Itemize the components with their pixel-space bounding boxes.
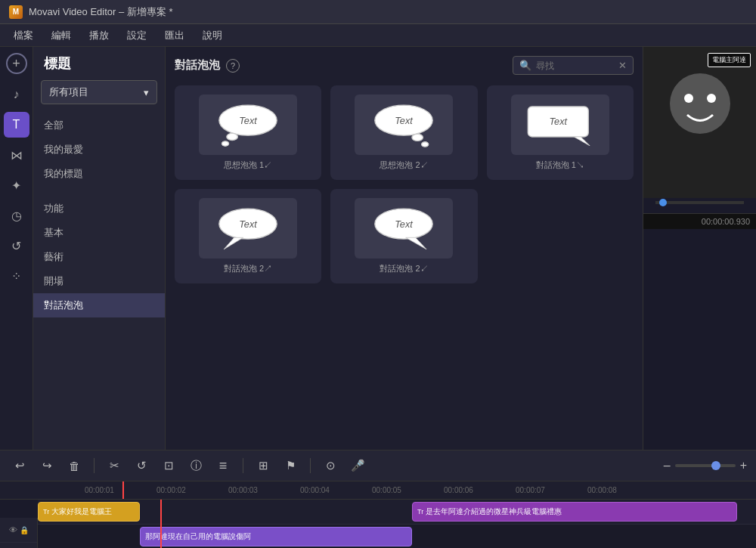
bubble-item-speech2[interactable]: Text 對話泡泡 2↗ bbox=[175, 189, 321, 283]
category-art[interactable]: 藝術 bbox=[33, 245, 165, 269]
svg-point-20 bbox=[684, 94, 693, 103]
sidebar-text-btn[interactable]: T bbox=[4, 112, 29, 138]
eye-icon-1[interactable]: 👁 bbox=[9, 525, 17, 534]
sidebar-color-btn[interactable]: ◷ bbox=[4, 203, 29, 228]
time-mark-1: 00:00:01 bbox=[85, 486, 114, 494]
menu-item-設定[interactable]: 設定 bbox=[119, 26, 154, 45]
clear-search-icon[interactable]: ✕ bbox=[618, 60, 627, 71]
sidebar-transitions-btn[interactable]: ⋈ bbox=[4, 142, 29, 168]
sidebar-effects-btn[interactable]: ✦ bbox=[4, 172, 29, 198]
menu-item-匯出[interactable]: 匯出 bbox=[157, 26, 192, 45]
search-box[interactable]: 🔍 ✕ bbox=[513, 56, 634, 75]
track-row-2: 那阿達現在自己用的電腦說傷阿 bbox=[38, 525, 756, 548]
menu-item-說明[interactable]: 說明 bbox=[195, 26, 230, 45]
undo-button[interactable]: ↩ bbox=[9, 455, 30, 476]
category-opening[interactable]: 開場 bbox=[33, 269, 165, 293]
time-ruler: 00:00:01 00:00:02 00:00:03 00:00:04 00:0… bbox=[0, 481, 756, 500]
scrubber-handle[interactable] bbox=[659, 199, 667, 206]
menu-item-編輯[interactable]: 編輯 bbox=[44, 26, 79, 45]
clip-text-1[interactable]: Tr 大家好我是電腦王 bbox=[38, 502, 140, 522]
svg-text:Text: Text bbox=[549, 115, 567, 126]
thought-bubble-2-svg: Text bbox=[366, 101, 442, 150]
bubble-item-thought1[interactable]: Text 思想泡泡 1↙ bbox=[175, 85, 321, 180]
sidebar-music-btn[interactable]: ♪ bbox=[4, 82, 29, 107]
zoom-plus-button[interactable]: + bbox=[740, 459, 747, 472]
playhead[interactable] bbox=[122, 481, 124, 499]
chevron-down-icon: ▾ bbox=[144, 87, 149, 98]
content-title: 對話泡泡 bbox=[175, 58, 220, 73]
time-mark-7: 00:00:07 bbox=[516, 486, 545, 494]
category-basic[interactable]: 基本 bbox=[33, 221, 165, 245]
svg-point-21 bbox=[707, 94, 716, 103]
category-speech-bubble[interactable]: 對話泡泡 bbox=[33, 293, 165, 317]
menu-item-播放[interactable]: 播放 bbox=[82, 26, 116, 45]
preview-frame-svg bbox=[643, 47, 756, 198]
bubble-label-speech1: 對話泡泡 1↘ bbox=[536, 159, 584, 171]
preview-panel: 電腦主阿達 00:00:00.930 bbox=[643, 47, 756, 450]
category-dropdown[interactable]: 所有項目 ▾ bbox=[41, 80, 157, 104]
info-button[interactable]: ⓘ bbox=[185, 455, 206, 476]
flag-button[interactable]: ⚑ bbox=[280, 455, 301, 476]
track-area: 👁 🔒 👁 🔒 👁 🔒 + Tr 大家好我是電腦王 bbox=[0, 500, 756, 548]
time-mark-2: 00:00:02 bbox=[156, 486, 186, 494]
category-functional[interactable]: 功能 bbox=[33, 197, 165, 221]
redo-button[interactable]: ↪ bbox=[36, 455, 57, 476]
page-title: 標題 bbox=[33, 54, 165, 80]
clip-video-1[interactable]: 那阿達現在自己用的電腦說傷阿 bbox=[140, 527, 412, 546]
sidebar-motion-btn[interactable]: ↺ bbox=[4, 233, 29, 259]
svg-marker-15 bbox=[406, 237, 426, 249]
search-icon: 🔍 bbox=[519, 60, 531, 71]
svg-text:Text: Text bbox=[239, 114, 257, 125]
zoom-slider-thumb[interactable] bbox=[711, 461, 720, 470]
help-icon[interactable]: ? bbox=[226, 59, 240, 73]
bubble-grid: Text 思想泡泡 1↙ Text 思想泡泡 2↙ bbox=[175, 85, 634, 283]
content-header: 對話泡泡 ? 🔍 ✕ bbox=[175, 56, 634, 75]
clip-icon-1: Tr bbox=[43, 508, 49, 515]
bubble-item-speech1[interactable]: Text 對話泡泡 1↘ bbox=[487, 85, 634, 180]
bubble-canvas-thought1: Text bbox=[199, 94, 297, 155]
clip-text-3[interactable]: Tr 是去年阿達介紹過的微星神兵級電腦禮惠 bbox=[412, 502, 737, 522]
speech-bubble-1-svg: Text bbox=[522, 101, 598, 150]
cut-button[interactable]: ✂ bbox=[104, 455, 125, 476]
track-ctrl-2: 👁 🔒 bbox=[0, 543, 37, 548]
menu-bar: 檔案編輯播放設定匯出說明 bbox=[0, 24, 756, 47]
menu-item-檔案[interactable]: 檔案 bbox=[6, 26, 41, 45]
clip-text-content-3: 是去年阿達介紹過的微星神兵級電腦禮惠 bbox=[426, 506, 562, 517]
category-my-titles[interactable]: 我的標題 bbox=[33, 162, 165, 186]
speech-bubble-2-svg: Text bbox=[210, 204, 286, 253]
sidebar-stickers-btn[interactable]: ⁘ bbox=[4, 263, 29, 289]
zoom-slider[interactable] bbox=[675, 464, 736, 467]
bubble-label-speech2: 對話泡泡 2↗ bbox=[224, 263, 272, 274]
sidebar-icons: + ♪ T ⋈ ✦ ◷ ↺ ⁘ bbox=[0, 47, 33, 450]
timeline: 00:00:01 00:00:02 00:00:03 00:00:04 00:0… bbox=[0, 481, 756, 548]
zoom-audio-button[interactable]: ⊙ bbox=[320, 455, 341, 476]
app-title: Movavi Video Editor – 新增專案 * bbox=[29, 5, 173, 19]
track-left-controls: 👁 🔒 👁 🔒 👁 🔒 + bbox=[0, 518, 38, 548]
bubble-item-thought2[interactable]: Text 思想泡泡 2↙ bbox=[330, 85, 477, 180]
add-media-button[interactable]: + bbox=[6, 53, 27, 74]
category-all[interactable]: 全部 bbox=[33, 113, 165, 138]
time-mark-4: 00:00:04 bbox=[300, 486, 330, 494]
bubble-label-speech3: 對話泡泡 2↙ bbox=[380, 263, 428, 274]
lock-icon-1[interactable]: 🔒 bbox=[20, 526, 29, 534]
time-mark-6: 00:00:06 bbox=[444, 486, 473, 494]
preview-scrubber[interactable] bbox=[655, 201, 744, 204]
delete-button[interactable]: 🗑 bbox=[64, 455, 85, 476]
track-ctrl-1: 👁 🔒 bbox=[0, 518, 37, 543]
time-mark-5: 00:00:05 bbox=[372, 486, 401, 494]
crop-button[interactable]: ⊡ bbox=[158, 455, 179, 476]
zoom-minus-button[interactable]: – bbox=[664, 459, 671, 472]
search-input[interactable] bbox=[536, 60, 614, 71]
clip-icon-3: Tr bbox=[417, 508, 423, 515]
rotate-button[interactable]: ↺ bbox=[131, 455, 152, 476]
preview-overlay-label: 電腦主阿達 bbox=[708, 53, 751, 67]
bubble-item-speech3[interactable]: Text 對話泡泡 2↙ bbox=[330, 189, 477, 283]
category-favorites[interactable]: 我的最愛 bbox=[33, 138, 165, 162]
mic-button[interactable]: 🎤 bbox=[347, 455, 368, 476]
fit-button[interactable]: ⊞ bbox=[253, 455, 274, 476]
filter-button[interactable]: ≡ bbox=[212, 455, 234, 476]
preview-timecode: 00:00:00.930 bbox=[643, 213, 756, 229]
preview-placeholder bbox=[643, 47, 756, 198]
category-list: 全部 我的最愛 我的標題 功能 基本 藝術 開場 對話泡泡 bbox=[33, 113, 165, 317]
svg-point-19 bbox=[670, 73, 730, 134]
